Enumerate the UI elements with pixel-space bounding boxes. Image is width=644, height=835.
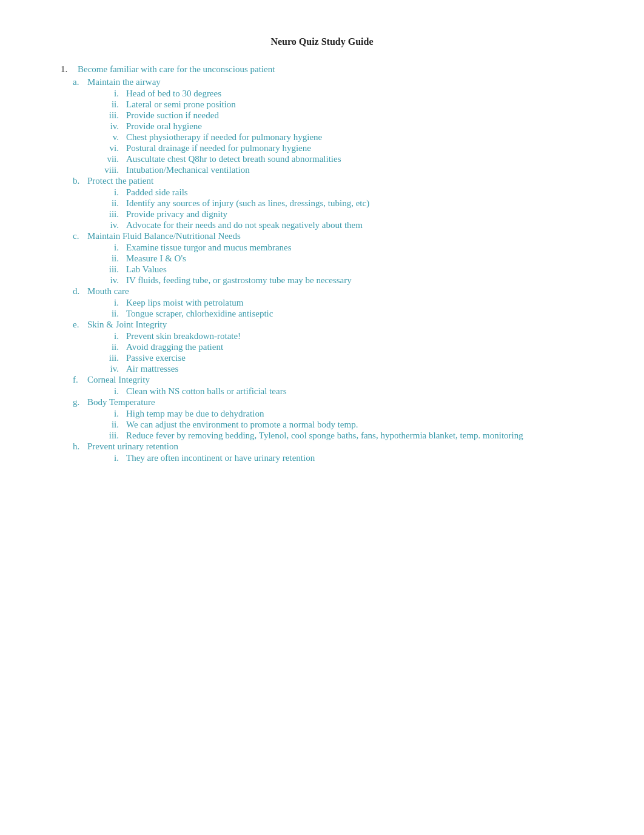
roman-item: i.Padded side rails — [103, 187, 595, 198]
roman-num: ii. — [103, 198, 121, 209]
roman-item: iv.Air mattresses — [103, 364, 595, 374]
alpha-label: Protect the patient — [87, 176, 595, 186]
list-item: Become familiar with care for the uncons… — [61, 64, 595, 75]
item-text: Measure I & O's — [126, 253, 595, 264]
roman-num: v. — [103, 132, 121, 143]
roman-item: i.High temp may be due to dehydration — [103, 409, 595, 419]
roman-item: iii.Provide suction if needed — [103, 110, 595, 121]
roman-item: iii.Provide privacy and dignity — [103, 209, 595, 220]
roman-item: i.They are often incontinent or have uri… — [103, 453, 595, 463]
roman-item: iv.Provide oral hygiene — [103, 121, 595, 132]
alpha-label: Mouth care — [87, 286, 595, 297]
sub-a-list: Maintain the airway i.Head of bed to 30 … — [49, 77, 595, 463]
item-text: Head of bed to 30 degrees — [126, 89, 595, 99]
roman-item: ii.Tongue scraper, chlorhexidine antisep… — [103, 309, 595, 319]
item-text: IV fluids, feeding tube, or gastrostomy … — [126, 275, 595, 286]
alpha-label: Maintain the airway — [87, 77, 595, 87]
item-text: Postural drainage if needed for pulmonar… — [126, 143, 595, 153]
roman-item: ii.We can adjust the environment to prom… — [103, 420, 595, 430]
item-text: They are often incontinent or have urina… — [126, 453, 595, 463]
sub-a-item: Protect the patient — [73, 176, 595, 186]
roman-num: iv. — [103, 121, 121, 132]
roman-num: viii. — [103, 165, 121, 175]
roman-item: i.Keep lips moist with petrolatum — [103, 298, 595, 308]
sub-roman-list: i.They are often incontinent or have uri… — [73, 453, 595, 463]
roman-num: iii. — [103, 353, 121, 363]
page-title: Neuro Quiz Study Guide — [49, 36, 595, 47]
item-text: Keep lips moist with petrolatum — [126, 298, 595, 308]
sub-a-item: Maintain the airway — [73, 77, 595, 87]
item-text: Provide oral hygiene — [126, 121, 595, 132]
sub-a-item: Corneal Integrity — [73, 375, 595, 385]
item-text: We can adjust the environment to promote… — [126, 420, 595, 430]
alpha-label: Corneal Integrity — [87, 375, 595, 385]
roman-num: ii. — [103, 99, 121, 110]
roman-num: iii. — [103, 431, 121, 441]
item-text: Auscultate chest Q8hr to detect breath s… — [126, 154, 595, 164]
item-text: High temp may be due to dehydration — [126, 409, 595, 419]
item-text: Avoid dragging the patient — [126, 342, 595, 352]
roman-item: ii.Avoid dragging the patient — [103, 342, 595, 352]
roman-item: vii.Auscultate chest Q8hr to detect brea… — [103, 154, 595, 164]
roman-num: i. — [103, 298, 121, 308]
item-text: Intubation/Mechanical ventilation — [126, 165, 595, 175]
item-text: Examine tissue turgor and mucus membrane… — [126, 243, 595, 253]
roman-item: vi.Postural drainage if needed for pulmo… — [103, 143, 595, 153]
item-text: Padded side rails — [126, 187, 595, 198]
sub-roman-list: i.Clean with NS cotton balls or artifici… — [73, 386, 595, 397]
item-text: Provide privacy and dignity — [126, 209, 595, 220]
roman-num: iii. — [103, 264, 121, 275]
roman-item: iii.Reduce fever by removing bedding, Ty… — [103, 431, 595, 441]
roman-item: ii.Lateral or semi prone position — [103, 99, 595, 110]
main-list: Become familiar with care for the uncons… — [49, 64, 595, 75]
roman-num: iii. — [103, 110, 121, 121]
sub-roman-list: i.High temp may be due to dehydration ii… — [73, 409, 595, 441]
item-text: Passive exercise — [126, 353, 595, 363]
roman-item: i.Clean with NS cotton balls or artifici… — [103, 386, 595, 397]
roman-num: iv. — [103, 364, 121, 374]
item-text: Advocate for their needs and do not spea… — [126, 220, 595, 230]
roman-num: i. — [103, 409, 121, 419]
roman-item: iv.Advocate for their needs and do not s… — [103, 220, 595, 230]
roman-item: iii.Lab Values — [103, 264, 595, 275]
alpha-label: Skin & Joint Integrity — [87, 320, 595, 330]
sub-a-item: Mouth care — [73, 286, 595, 297]
alpha-label: Maintain Fluid Balance/Nutritional Needs — [87, 231, 595, 241]
item-text: Clean with NS cotton balls or artificial… — [126, 386, 595, 397]
roman-num: ii. — [103, 420, 121, 430]
sub-roman-list: i.Keep lips moist with petrolatum ii.Ton… — [73, 298, 595, 319]
roman-num: iv. — [103, 220, 121, 230]
roman-num: iv. — [103, 275, 121, 286]
roman-item: i.Examine tissue turgor and mucus membra… — [103, 243, 595, 253]
roman-item: ii.Identify any sources of injury (such … — [103, 198, 595, 209]
roman-num: vii. — [103, 154, 121, 164]
roman-item: iii.Passive exercise — [103, 353, 595, 363]
roman-num: i. — [103, 89, 121, 99]
roman-item: v.Chest physiotherapy if needed for pulm… — [103, 132, 595, 143]
roman-num: i. — [103, 453, 121, 463]
sub-a-item: Body Temperature — [73, 397, 595, 407]
roman-num: i. — [103, 187, 121, 198]
item-text: Chest physiotherapy if needed for pulmon… — [126, 132, 595, 143]
sub-roman-list: i.Head of bed to 30 degrees ii.Lateral o… — [73, 89, 595, 175]
item-text: Provide suction if needed — [126, 110, 595, 121]
roman-num: ii. — [103, 309, 121, 319]
sub-roman-list: i.Prevent skin breakdown-rotate! ii.Avoi… — [73, 331, 595, 374]
item-text: Identify any sources of injury (such as … — [126, 198, 595, 209]
alpha-label: Body Temperature — [87, 397, 595, 407]
sub-a-item: Skin & Joint Integrity — [73, 320, 595, 330]
roman-item: ii.Measure I & O's — [103, 253, 595, 264]
item-text: Tongue scraper, chlorhexidine antiseptic — [126, 309, 595, 319]
item-text: Lateral or semi prone position — [126, 99, 595, 110]
sub-a-item: Prevent urinary retention — [73, 441, 595, 452]
main-item-text: Become familiar with care for the uncons… — [78, 64, 595, 75]
roman-num: iii. — [103, 209, 121, 220]
roman-num: ii. — [103, 253, 121, 264]
roman-item: i.Prevent skin breakdown-rotate! — [103, 331, 595, 341]
alpha-label: Prevent urinary retention — [87, 441, 595, 452]
sub-roman-list: i.Padded side rails ii.Identify any sour… — [73, 187, 595, 230]
roman-num: ii. — [103, 342, 121, 352]
roman-num: i. — [103, 331, 121, 341]
roman-item: i.Head of bed to 30 degrees — [103, 89, 595, 99]
sub-a-item: Maintain Fluid Balance/Nutritional Needs — [73, 231, 595, 241]
